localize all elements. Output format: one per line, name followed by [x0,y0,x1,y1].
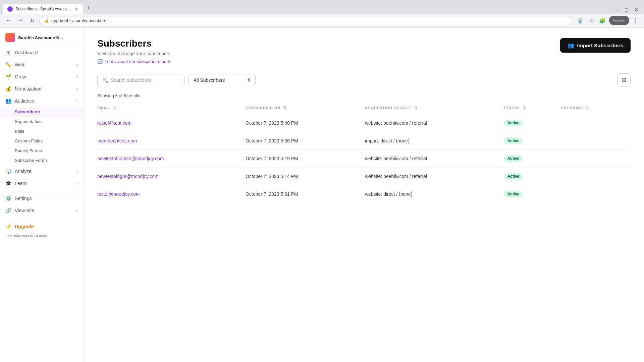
premium-column-header[interactable]: PREMIUM? ⇅ [561,102,631,114]
import-button-label: Import Subscribers [577,43,623,48]
chevron-icon: › [77,169,78,173]
sidebar-item-segmentation[interactable]: Segmentation [0,117,84,126]
subscribed-on-cell: October 7, 2023 5:40 PM [246,114,365,132]
close-button[interactable]: ✕ [632,6,641,14]
table-row[interactable]: newtestofcousre@moodjoy.com October 7, 2… [97,150,631,168]
premium-cell [561,132,631,150]
chevron-down-icon: › [75,100,79,102]
main-nav-section: ⊞ Dashboard ✏️ Write › 🌱 Grow › 💰 Moneti… [0,45,84,218]
status-badge: Active [504,173,523,180]
email-link[interactable]: newtestofcousre@moodjoy.com [97,156,164,161]
sidebar-item-label: Audience [15,98,73,104]
acquisition-source-cell: website: beehiiv.com / referral [365,150,504,168]
table-row[interactable]: member@test.com October 7, 2023 5:26 PM … [97,132,631,150]
sidebar-item-learn[interactable]: 🎓 Learn › [0,177,84,189]
table-row[interactable]: test1@moodjoy.com October 7, 2023 5:01 P… [97,185,631,203]
acquisition-source-column-header[interactable]: ACQUISITION SOURCE ⇅ [365,102,504,114]
status-badge: Active [504,155,523,162]
filter-select-container[interactable]: All Subscribers Active Inactive Unsubscr… [189,74,256,86]
email-link[interactable]: test1@moodjoy.com [97,191,140,197]
email-sort-icon[interactable]: ⇅ [113,106,116,110]
sidebar-item-audience[interactable]: 👥 Audience › [0,95,84,107]
minimize-button[interactable]: ─ [612,6,622,14]
columns-button[interactable]: ⊞ [618,73,631,86]
subscribed-on-sort-icon[interactable]: ⇅ [283,106,287,110]
tab-title: Subscribers - Sarah's Awesome ... [15,7,72,11]
forward-button[interactable]: → [16,16,25,25]
sidebar-item-label: Settings [15,196,78,201]
tab-close-button[interactable]: ✕ [74,6,78,12]
page-title-section: Subscribers View and manage your subscri… [97,38,170,64]
sidebar-item-survey-forms[interactable]: Survey Forms [0,146,84,156]
bookmark-button[interactable]: ☆ [587,16,596,25]
sidebar-item-grow[interactable]: 🌱 Grow › [0,71,84,83]
table-row[interactable]: newtestalright@moodjoy.com October 7, 20… [97,168,631,185]
monetization-icon: 💰 [5,86,11,92]
email-link[interactable]: newtestalright@moodjoy.com [97,174,159,179]
search-input[interactable] [111,77,179,83]
status-sort-icon[interactable]: ⇅ [523,106,526,110]
menu-button[interactable]: ⋮ [631,16,640,25]
email-cell: test1@moodjoy.com [97,185,246,203]
learn-link-text: Learn about our subscriber model [105,59,170,64]
search-icon: 🔍 [102,77,108,83]
columns-icon: ⊞ [622,77,626,83]
write-icon: ✏️ [5,62,11,68]
page-title: Subscribers [97,38,170,49]
email-cell: newtestalright@moodjoy.com [97,168,246,185]
import-subscribers-button[interactable]: 👥 Import Subscribers [560,38,631,53]
sidebar-brand[interactable]: Sarah's Awesome N... [0,27,84,45]
sidebar-bottom: ⚡ Upgrade Free trial ends in 14 days. [0,218,84,244]
acquisition-sort-icon[interactable]: ⇅ [414,106,418,110]
subscribed-on-cell: October 7, 2023 5:19 PM [246,150,365,168]
email-link[interactable]: member@test.com [97,138,137,143]
analyze-icon: 📊 [5,168,11,174]
active-tab[interactable]: Subscribers - Sarah's Awesome ... ✕ [3,4,83,14]
sidebar-item-monetization[interactable]: 💰 Monetization › [0,83,84,95]
chevron-icon: › [77,87,78,91]
free-trial-text: Free trial ends in 14 days. [5,232,78,241]
sidebar-item-analyze[interactable]: 📊 Analyze › [0,165,84,177]
subscriber-filter-select[interactable]: All Subscribers Active Inactive Unsubscr… [194,77,245,83]
cast-button[interactable]: 📡 [575,16,586,25]
status-column-header[interactable]: STATUS ⇅ [504,102,561,114]
upgrade-button[interactable]: ⚡ Upgrade [5,221,78,232]
browser-tabs: Subscribers - Sarah's Awesome ... ✕ + ─ … [0,0,644,14]
back-button[interactable]: ← [4,16,13,25]
table-row[interactable]: lkjlsdf@test.com October 7, 2023 5:40 PM… [97,114,631,132]
acquisition-source-cell: website: beehiiv.com / referral [365,168,504,185]
upgrade-label: Upgrade [15,224,34,229]
chevron-icon: › [77,181,78,185]
extension-button[interactable]: 🧩 [597,16,608,25]
sidebar-item-polls[interactable]: Polls [0,126,84,136]
incognito-badge[interactable]: Incognito [609,16,629,25]
sidebar-item-custom-fields[interactable]: Custom Fields [0,136,84,146]
select-arrows-icon: ⇅ [247,78,251,82]
acquisition-source-cell: website: beehiiv.com / referral [365,114,504,132]
learn-link[interactable]: 🔄 Learn about our subscriber model [97,59,170,64]
sidebar-item-label: View Site [15,208,72,213]
reload-button[interactable]: ↻ [28,16,37,25]
brand-avatar [5,33,15,42]
sidebar-item-settings[interactable]: ⚙️ Settings [0,192,84,204]
subscribed-on-column-header[interactable]: SUBSCRIBED ON ⇅ [246,102,365,114]
premium-sort-icon[interactable]: ⇅ [586,106,589,110]
url-text: app.beehiiv.com/subscribers [51,18,106,23]
sidebar-item-subscribe-forms[interactable]: Subscribe Forms [0,156,84,165]
sidebar-item-label: Monetization [15,86,73,92]
subscribed-on-cell: October 7, 2023 5:01 PM [246,185,365,203]
sidebar-item-dashboard[interactable]: ⊞ Dashboard [0,47,84,59]
new-tab-button[interactable]: + [83,3,94,14]
email-column-header[interactable]: EMAIL ⇅ [97,102,246,114]
sidebar-item-view-site[interactable]: 🔗 View Site ↗ [0,204,84,217]
sidebar-item-subscribers[interactable]: Subscribers [0,107,84,117]
sidebar-item-write[interactable]: ✏️ Write › [0,59,84,71]
table-body: lkjlsdf@test.com October 7, 2023 5:40 PM… [97,114,631,203]
sidebar-item-label: Grow [15,74,73,79]
address-bar[interactable]: 🔒 app.beehiiv.com/subscribers [39,16,572,25]
email-link[interactable]: lkjlsdf@test.com [97,120,131,126]
search-box[interactable]: 🔍 [97,74,184,86]
page-header: Subscribers View and manage your subscri… [97,38,631,64]
restore-button[interactable]: □ [622,6,631,14]
email-cell: newtestofcousre@moodjoy.com [97,150,246,168]
